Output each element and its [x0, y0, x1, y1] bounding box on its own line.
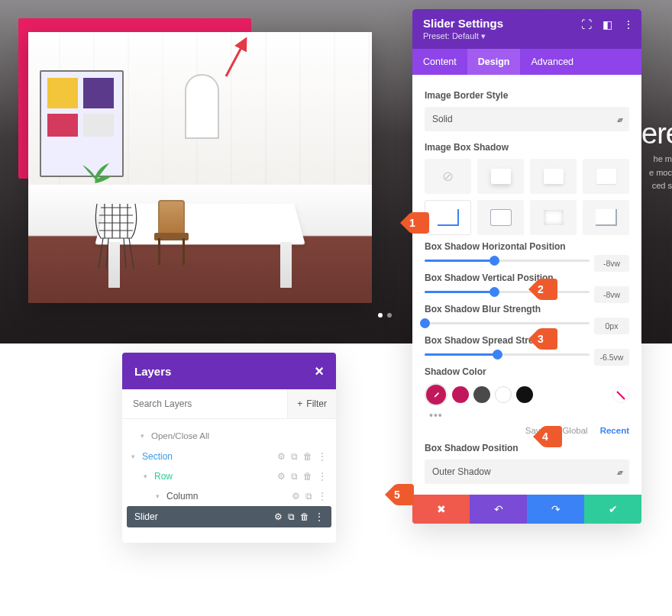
- h-pos-label: Box Shadow Horizontal Position: [425, 241, 629, 252]
- h-pos-slider[interactable]: -8vw: [425, 260, 629, 262]
- tab-advanced[interactable]: Advanced: [520, 49, 584, 75]
- kebab-icon[interactable]: ⋮: [318, 451, 327, 462]
- v-pos-value[interactable]: -8vw: [594, 286, 629, 303]
- hero-headline-fragment: ere: [641, 118, 672, 150]
- layer-slider[interactable]: Slider ⚙ ⧉ 🗑 ⋮: [127, 506, 331, 527]
- callout-2: 2: [527, 279, 557, 300]
- cancel-button[interactable]: ✖: [412, 495, 470, 524]
- panel-header[interactable]: Slider Settings Preset: Default ▾ ⛶ ◧ ⋮: [412, 9, 641, 49]
- callout-3: 3: [527, 328, 557, 350]
- eyedropper-button[interactable]: [425, 383, 447, 406]
- open-close-all[interactable]: ▾ Open/Close All: [127, 425, 331, 447]
- layers-header[interactable]: Layers ×: [122, 353, 336, 389]
- box-shadow-label: Image Box Shadow: [425, 142, 629, 153]
- spread-value[interactable]: -6.5vw: [594, 349, 629, 366]
- none-icon: ⊘: [442, 168, 454, 185]
- filter-button[interactable]: + Filter: [287, 389, 336, 418]
- layer-row[interactable]: ▾ Row ⚙ ⧉ 🗑 ⋮: [127, 466, 331, 486]
- gear-icon[interactable]: ⚙: [277, 471, 286, 482]
- shadow-preset[interactable]: [530, 159, 577, 194]
- shadow-preset[interactable]: [530, 200, 577, 235]
- search-input[interactable]: [122, 389, 287, 418]
- settings-panel: Slider Settings Preset: Default ▾ ⛶ ◧ ⋮ …: [412, 9, 641, 524]
- plant-icon: [74, 158, 116, 200]
- trash-icon[interactable]: 🗑: [303, 451, 312, 462]
- dock-icon[interactable]: ◧: [603, 18, 612, 31]
- save-button[interactable]: ✔: [584, 495, 641, 524]
- more-colors-icon[interactable]: •••: [429, 409, 629, 421]
- color-swatch-none[interactable]: [612, 386, 629, 403]
- annotation-arrow-icon: [221, 34, 252, 80]
- settings-tabs: Content Design Advanced: [412, 49, 641, 75]
- color-tab-global[interactable]: Global: [562, 426, 587, 435]
- color-swatch-grey[interactable]: [473, 386, 490, 403]
- panel-footer: ✖ ↶ ↷ ✔: [412, 495, 641, 524]
- arch-window: [185, 74, 219, 139]
- chevron-down-icon: ▾: [144, 472, 154, 480]
- duplicate-icon[interactable]: ⧉: [288, 511, 295, 522]
- kebab-icon[interactable]: ⋮: [315, 511, 324, 522]
- spread-slider[interactable]: -6.5vw: [425, 353, 629, 356]
- border-style-select[interactable]: Solid ▴▾: [425, 107, 629, 131]
- chevron-down-icon: ▾: [156, 492, 166, 500]
- shadow-preset-active[interactable]: [425, 200, 471, 235]
- chair-illustration: [150, 200, 192, 265]
- shadow-preset[interactable]: [477, 159, 524, 194]
- trash-icon[interactable]: 🗑: [303, 471, 312, 482]
- svg-line-0: [226, 39, 246, 76]
- slider-pagination[interactable]: [378, 313, 392, 318]
- chevron-down-icon: ▾: [481, 31, 486, 40]
- color-swatch-pink[interactable]: [452, 386, 469, 403]
- layers-title: Layers: [134, 365, 171, 378]
- gear-icon[interactable]: ⚙: [274, 511, 283, 522]
- blur-slider[interactable]: 0px: [425, 322, 629, 324]
- blur-label: Box Shadow Blur Strength: [425, 304, 629, 314]
- plus-icon: +: [297, 398, 302, 409]
- shadow-pos-select[interactable]: Outer Shadow ▴▾: [425, 460, 629, 484]
- select-arrows-icon: ▴▾: [617, 468, 622, 476]
- shadow-none[interactable]: ⊘: [425, 159, 471, 194]
- color-swatch-black[interactable]: [516, 386, 533, 403]
- select-arrows-icon: ▴▾: [617, 115, 622, 124]
- callout-5: 5: [383, 484, 414, 505]
- gear-icon[interactable]: ⚙: [277, 451, 286, 462]
- preset-label[interactable]: Preset: Default: [423, 31, 479, 40]
- kebab-icon[interactable]: ⋮: [318, 471, 327, 482]
- shadow-preset[interactable]: [583, 159, 629, 194]
- layers-panel: Layers × + Filter ▾ Open/Close All ▾ Sec…: [122, 353, 336, 543]
- color-tabs: Saved Global Recent: [425, 426, 629, 435]
- callout-1: 1: [399, 212, 429, 234]
- slider-image[interactable]: [28, 32, 372, 303]
- color-swatch-white[interactable]: [495, 386, 512, 403]
- layer-column[interactable]: ▾ Column ⚙ ⧉ ⋮: [127, 486, 331, 506]
- border-style-label: Image Border Style: [425, 90, 629, 101]
- blur-value[interactable]: 0px: [594, 318, 629, 334]
- shadow-preset[interactable]: [583, 200, 629, 235]
- chevron-down-icon: ▾: [141, 432, 151, 440]
- redo-button[interactable]: ↷: [527, 495, 584, 524]
- close-icon[interactable]: ×: [315, 363, 324, 379]
- color-tab-recent[interactable]: Recent: [600, 426, 629, 435]
- shadow-preset[interactable]: [477, 200, 524, 235]
- gear-icon[interactable]: ⚙: [292, 491, 300, 502]
- duplicate-icon[interactable]: ⧉: [305, 491, 312, 502]
- shadow-pos-label: Box Shadow Position: [425, 443, 629, 453]
- duplicate-icon[interactable]: ⧉: [291, 451, 298, 462]
- tab-content[interactable]: Content: [412, 49, 467, 75]
- duplicate-icon[interactable]: ⧉: [291, 471, 298, 482]
- shadow-presets: ⊘: [425, 159, 629, 235]
- trash-icon[interactable]: 🗑: [300, 511, 309, 522]
- shadow-color-label: Shadow Color: [425, 366, 629, 377]
- callout-4: 4: [531, 426, 562, 447]
- undo-button[interactable]: ↶: [470, 495, 527, 524]
- expand-icon[interactable]: ⛶: [581, 18, 592, 31]
- wire-chair-illustration: [89, 196, 147, 273]
- tab-design[interactable]: Design: [467, 49, 521, 75]
- layer-section[interactable]: ▾ Section ⚙ ⧉ 🗑 ⋮: [127, 447, 331, 466]
- kebab-icon[interactable]: ⋮: [623, 18, 634, 31]
- h-pos-value[interactable]: -8vw: [594, 255, 629, 272]
- chevron-down-icon: ▾: [131, 453, 142, 460]
- kebab-icon[interactable]: ⋮: [318, 491, 327, 502]
